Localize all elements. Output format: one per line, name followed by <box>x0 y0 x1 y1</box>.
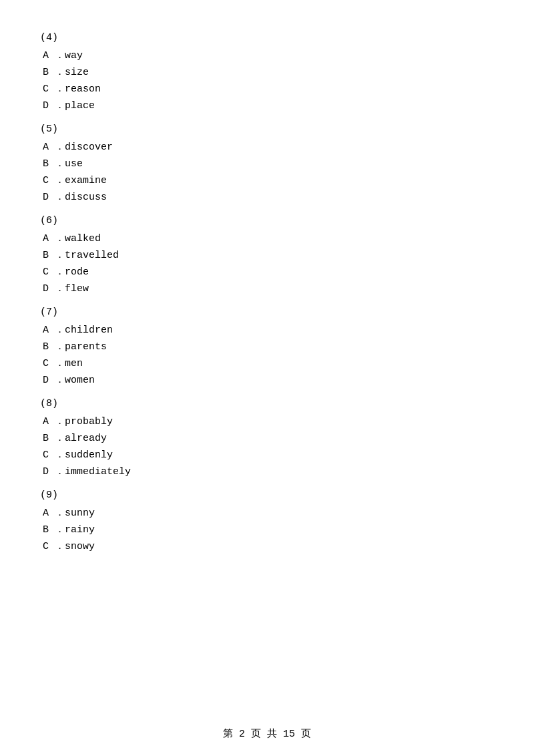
question-number-q5: (5) <box>40 124 494 135</box>
option-q6-c[interactable]: C ．rode <box>40 265 494 278</box>
option-q5-a[interactable]: A ．discover <box>40 140 494 153</box>
option-q8-d[interactable]: D ．immediately <box>40 465 494 478</box>
option-q8-b[interactable]: B ．already <box>40 431 494 444</box>
question-number-q7: (7) <box>40 307 494 318</box>
option-q7-d[interactable]: D ．women <box>40 373 494 386</box>
option-q4-d[interactable]: D ．place <box>40 99 494 112</box>
option-q6-d[interactable]: D ．flew <box>40 282 494 295</box>
option-q7-b[interactable]: B ．parents <box>40 340 494 353</box>
option-q4-c[interactable]: C ．reason <box>40 82 494 95</box>
option-q6-a[interactable]: A ．walked <box>40 232 494 244</box>
question-number-q8: (8) <box>40 398 494 409</box>
option-q4-a[interactable]: A ．way <box>40 49 494 61</box>
option-q5-d[interactable]: D ．discuss <box>40 190 494 203</box>
option-q6-b[interactable]: B ．travelled <box>40 248 494 261</box>
question-number-q6: (6) <box>40 215 494 226</box>
question-number-q4: (4) <box>40 32 494 43</box>
page-content: (4)A ．wayB ．sizeC ．reasonD ．place(5)A ．d… <box>0 0 534 596</box>
option-q5-b[interactable]: B ．use <box>40 157 494 170</box>
option-q4-b[interactable]: B ．size <box>40 65 494 78</box>
option-q8-c[interactable]: C ．suddenly <box>40 448 494 461</box>
option-q7-c[interactable]: C ．men <box>40 357 494 369</box>
option-q5-c[interactable]: C ．examine <box>40 174 494 186</box>
option-q9-c[interactable]: C ．snowy <box>40 540 494 552</box>
page-footer: 第 2 页 共 15 页 <box>0 727 534 740</box>
footer-text: 第 2 页 共 15 页 <box>223 729 311 740</box>
option-q8-a[interactable]: A ．probably <box>40 415 494 427</box>
option-q7-a[interactable]: A ．children <box>40 323 494 336</box>
question-number-q9: (9) <box>40 490 494 501</box>
option-q9-b[interactable]: B ．rainy <box>40 523 494 536</box>
option-q9-a[interactable]: A ．sunny <box>40 506 494 519</box>
